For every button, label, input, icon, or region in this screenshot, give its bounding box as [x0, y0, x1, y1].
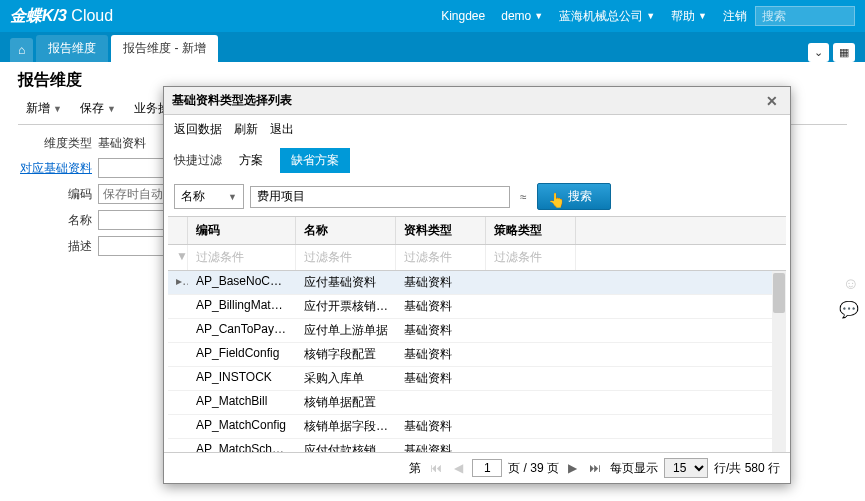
pager-label-page: 第 [409, 460, 421, 477]
search-button[interactable]: 👆 搜索 [537, 183, 611, 210]
next-page-icon[interactable]: ▶ [565, 461, 580, 475]
filter-name[interactable]: 过滤条件 [296, 245, 396, 270]
chevron-down-icon: ▼ [107, 104, 116, 114]
filter-type[interactable]: 过滤条件 [396, 245, 486, 270]
modal-title-text: 基础资料类型选择列表 [172, 92, 292, 109]
smile-icon[interactable]: ☺ [843, 275, 859, 293]
page-input[interactable] [472, 459, 502, 477]
cell-code: AP_BillingMatchS [188, 295, 296, 318]
label-name: 名称 [18, 212, 98, 229]
grid-body[interactable]: ▸AP_BaseNoContr 6.1应付基础资料基础资料AP_BillingM… [168, 271, 786, 452]
return-data-button[interactable]: 返回数据 [174, 121, 222, 138]
user-menu[interactable]: demo▼ [493, 9, 551, 23]
prev-page-icon[interactable]: ◀ [451, 461, 466, 475]
col-type[interactable]: 资料类型 [396, 217, 486, 244]
cell-name: 采购入库单 [296, 367, 396, 390]
row-indicator [168, 391, 188, 414]
table-row[interactable]: AP_MatchScheme应付付款核销方案基础资料 [168, 439, 786, 452]
table-row[interactable]: AP_BillingMatchS应付开票核销方案基础资料 [168, 295, 786, 319]
cell-name: 应付开票核销方案 [296, 295, 396, 318]
cell-code: AP_MatchBill [188, 391, 296, 414]
filter-code[interactable]: 过滤条件 [188, 245, 296, 270]
chevron-down-icon: ▼ [53, 104, 62, 114]
table-row[interactable]: AP_FieldConfig核销字段配置基础资料 [168, 343, 786, 367]
default-scheme-tab[interactable]: 缺省方案 [280, 148, 350, 173]
cell-type: 基础资料 [396, 415, 486, 438]
label-basic-link[interactable]: 对应基础资料 [18, 160, 98, 177]
row-indicator [168, 295, 188, 318]
label-code: 编码 [18, 186, 98, 203]
cell-name: 核销单据字段配置 [296, 415, 396, 438]
cell-code: AP_FieldConfig [188, 343, 296, 366]
tab-report-dim[interactable]: 报告维度 [36, 35, 108, 62]
last-page-icon[interactable]: ⏭ [586, 461, 604, 475]
cell-type: 基础资料 [396, 367, 486, 390]
tab-report-dim-new[interactable]: 报告维度 - 新增 [111, 35, 218, 62]
row-indicator [168, 319, 188, 342]
table-row[interactable]: AP_CanToPayabl应付单上游单据基础资料 [168, 319, 786, 343]
table-row[interactable]: ▸AP_BaseNoContr 6.1应付基础资料基础资料 [168, 271, 786, 295]
new-button[interactable]: 新增▼ [18, 97, 70, 120]
cell-name: 核销单据配置 [296, 391, 396, 414]
logout-button[interactable]: 注销 [715, 8, 755, 25]
company-menu[interactable]: 蓝海机械总公司▼ [551, 8, 663, 25]
cell-code: AP_MatchScheme [188, 439, 296, 452]
scroll-thumb[interactable] [773, 273, 785, 313]
global-search-input[interactable] [755, 6, 855, 26]
label-dimtype: 维度类型 [18, 135, 98, 152]
row-indicator [168, 343, 188, 366]
pager-size-label: 每页显示 [610, 460, 658, 477]
scheme-tab[interactable]: 方案 [228, 148, 274, 173]
chevron-down-icon: ▼ [228, 192, 237, 202]
cell-code: AP_INSTOCK [188, 367, 296, 390]
col-select [168, 217, 188, 244]
filter-strat[interactable]: 过滤条件 [486, 245, 576, 270]
cell-type: 基础资料 [396, 319, 486, 342]
row-indicator [168, 415, 188, 438]
cell-type: 基础资料 [396, 439, 486, 452]
chat-icon[interactable]: 💬 [839, 300, 859, 319]
cell-code: AP_BaseNoContr 6.1 [188, 271, 296, 294]
close-icon[interactable]: ✕ [762, 93, 782, 109]
toggle-icon[interactable]: ≈ [516, 190, 531, 204]
cell-type: 基础资料 [396, 271, 486, 294]
first-page-icon[interactable]: ⏮ [427, 461, 445, 475]
row-indicator [168, 439, 188, 452]
chevron-down-icon: ▼ [698, 11, 707, 21]
exit-button[interactable]: 退出 [270, 121, 294, 138]
home-tab[interactable]: ⌂ [10, 38, 33, 62]
tab-grid-button[interactable]: ▦ [833, 43, 855, 62]
table-row[interactable]: AP_INSTOCK采购入库单基础资料 [168, 367, 786, 391]
search-value-input[interactable] [250, 186, 510, 208]
filter-icon[interactable]: ▼ [168, 245, 188, 270]
row-summary: 行/共 580 行 [714, 460, 780, 477]
label-desc: 描述 [18, 238, 98, 255]
app-logo: 金蝶K/3 Cloud [10, 6, 113, 27]
total-pages: 页 / 39 页 [508, 460, 559, 477]
save-button[interactable]: 保存▼ [72, 97, 124, 120]
search-field-select[interactable]: 名称▼ [174, 184, 244, 209]
col-code[interactable]: 编码 [188, 217, 296, 244]
page-size-select[interactable]: 15 [664, 458, 708, 478]
cell-name: 应付基础资料 [296, 271, 396, 294]
row-indicator [168, 367, 188, 390]
cell-code: AP_CanToPayabl [188, 319, 296, 342]
col-strategy[interactable]: 策略类型 [486, 217, 576, 244]
cell-name: 应付单上游单据 [296, 319, 396, 342]
value-dimtype: 基础资料 [98, 135, 146, 152]
chevron-down-icon: ▼ [534, 11, 543, 21]
table-row[interactable]: AP_MatchBill核销单据配置 [168, 391, 786, 415]
scrollbar[interactable] [772, 271, 786, 452]
table-row[interactable]: AP_MatchConfig核销单据字段配置基础资料 [168, 415, 786, 439]
col-name[interactable]: 名称 [296, 217, 396, 244]
refresh-button[interactable]: 刷新 [234, 121, 258, 138]
quick-filter-label: 快捷过滤 [174, 152, 222, 169]
help-menu[interactable]: 帮助▼ [663, 8, 715, 25]
tab-expand-button[interactable]: ⌄ [808, 43, 829, 62]
row-indicator: ▸ [168, 271, 188, 294]
basic-type-select-modal: 基础资料类型选择列表 ✕ 返回数据 刷新 退出 快捷过滤 方案 缺省方案 名称▼… [163, 86, 791, 484]
cell-name: 核销字段配置 [296, 343, 396, 366]
cell-type [396, 391, 486, 414]
cell-type: 基础资料 [396, 343, 486, 366]
cell-type: 基础资料 [396, 295, 486, 318]
